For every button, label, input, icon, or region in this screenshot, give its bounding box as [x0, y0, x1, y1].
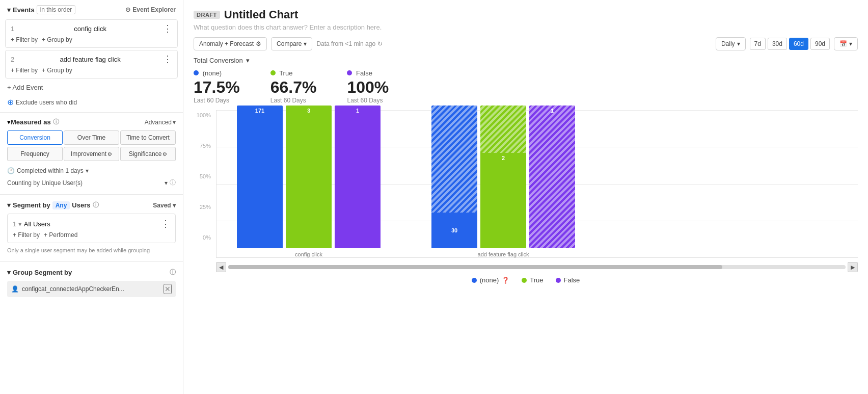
date-60d[interactable]: 60d — [789, 38, 808, 50]
tab-significance[interactable]: Significance ⚙ — [120, 147, 176, 161]
metric-none-value: 17.5% — [194, 78, 240, 97]
chart-title[interactable]: Untitled Chart — [224, 8, 298, 21]
calendar-chevron: ▾ — [849, 40, 852, 47]
group-segment-remove-button[interactable]: ✕ — [164, 284, 172, 294]
measured-as-section: ▾ Measured as ⓘ Advanced ▾ Conversion Ov… — [0, 115, 183, 192]
main-panel: DRAFT Untitled Chart What question does … — [183, 0, 868, 394]
counting-info-icon[interactable]: ⓘ — [170, 178, 176, 187]
y-label-0: 0% — [194, 234, 214, 241]
measured-info-icon[interactable]: ⓘ — [53, 118, 59, 126]
bar-config-true-label: 3 — [307, 108, 310, 114]
metric-true-dot — [270, 70, 276, 75]
data-info-label: Data from <1 min ago — [316, 40, 375, 47]
calendar-button[interactable]: 📅 ▾ — [834, 37, 858, 50]
date-90d[interactable]: 90d — [810, 38, 830, 50]
calendar-icon: 📅 — [839, 40, 847, 47]
event2-group-by[interactable]: + Group by — [42, 67, 72, 74]
scroll-left-arrow[interactable]: ◀ — [216, 262, 226, 272]
add-event-button[interactable]: + Add Event — [0, 81, 50, 94]
group-segment-info-icon[interactable]: ⓘ — [170, 268, 176, 277]
legend-true-dot — [522, 278, 527, 283]
bar-flag-true[interactable]: 2 — [480, 106, 526, 248]
event1-filter-by[interactable]: + Filter by — [11, 36, 38, 43]
anomaly-icon: ⚙ — [256, 40, 261, 47]
date-7d[interactable]: 7d — [750, 38, 766, 50]
tab-time-to-convert[interactable]: Time to Convert — [120, 130, 176, 145]
scroll-right-arrow[interactable]: ▶ — [848, 262, 858, 272]
legend-true-label: True — [530, 276, 543, 284]
legend-false: False — [556, 276, 580, 284]
group-segment-label: Group Segment by — [13, 269, 72, 276]
daily-label: Daily — [721, 40, 735, 47]
event-name-1: config click — [74, 25, 106, 33]
metric-false-value: 100% — [347, 78, 389, 97]
chart-container: 0% 25% 50% 75% 100% — [194, 110, 858, 258]
legend-none: (none) ❓ — [472, 276, 510, 284]
bar-config-none[interactable]: 171 — [237, 106, 283, 248]
segment-number-chevron: 1 ▾ — [13, 220, 22, 228]
scrollbar-track[interactable] — [228, 265, 846, 269]
event-name-2: add feature flag click — [60, 56, 121, 63]
counting-chevron: ▾ — [165, 179, 168, 187]
segment-saved-button[interactable]: Saved ▾ — [153, 202, 176, 209]
tab-frequency[interactable]: Frequency — [7, 147, 63, 161]
bar-config-true[interactable]: 3 — [286, 106, 332, 248]
metric-none-label: (none) — [203, 69, 222, 77]
completed-within-row[interactable]: 🕐 Completed within 1 days ▾ — [7, 165, 176, 176]
refresh-icon[interactable]: ↻ — [377, 40, 383, 47]
bar-flag-true-label: 2 — [502, 155, 505, 161]
bar-flag-false[interactable]: 1 — [529, 106, 575, 248]
bar-config-false-label: 1 — [356, 108, 359, 114]
tab-over-time[interactable]: Over Time — [64, 130, 119, 145]
total-conversion-row[interactable]: Total Conversion ▾ — [194, 57, 858, 64]
daily-button[interactable]: Daily ▾ — [716, 37, 746, 50]
event1-group-by[interactable]: + Group by — [42, 36, 72, 43]
feature-flag-bars: 30 — [431, 106, 575, 248]
y-label-75: 75% — [194, 143, 214, 149]
total-conversion-chevron: ▾ — [246, 57, 250, 64]
segment-menu-1[interactable]: ⋮ — [161, 218, 170, 229]
y-axis: 0% 25% 50% 75% 100% — [194, 110, 214, 243]
anomaly-label: Anomaly + Forecast — [199, 40, 254, 47]
event2-filter-by[interactable]: + Filter by — [11, 67, 38, 74]
measured-as-label: Measured as ⓘ — [11, 118, 59, 126]
divider-1 — [0, 112, 183, 113]
tab-improvement[interactable]: Improvement ⚙ — [64, 147, 119, 161]
divider-2 — [0, 194, 183, 195]
chart-plot: 171 3 1 — [216, 110, 858, 258]
scrollbar-thumb — [228, 265, 722, 269]
events-in-order[interactable]: in this order — [37, 5, 76, 14]
advanced-chevron: ▾ — [173, 119, 176, 126]
events-section-header[interactable]: ▾ Events in this order ⊙ Event Explorer — [0, 0, 183, 17]
chart-description[interactable]: What question does this chart answer? En… — [194, 23, 858, 31]
exclude-users-label: Exclude users who did — [16, 99, 77, 106]
segment-label: Segment by — [13, 201, 50, 209]
anomaly-forecast-button[interactable]: Anomaly + Forecast ⚙ — [194, 37, 267, 50]
exclude-users-row[interactable]: ⊕ Exclude users who did — [0, 94, 183, 110]
bar-config-false[interactable]: 1 — [335, 106, 381, 248]
group-segment-caret: ▾ — [7, 269, 11, 276]
y-label-50: 50% — [194, 173, 214, 179]
metric-true-label: True — [279, 69, 292, 77]
compare-button[interactable]: Compare ▾ — [271, 37, 312, 50]
event-menu-2[interactable]: ⋮ — [163, 55, 172, 64]
event-menu-1[interactable]: ⋮ — [163, 24, 172, 33]
event-explorer-btn[interactable]: ⊙ Event Explorer — [125, 6, 176, 13]
segment1-performed[interactable]: + Performed — [44, 231, 77, 239]
counting-row[interactable]: Counting by Unique User(s) ▾ ⓘ — [7, 176, 176, 189]
legend-true: True — [522, 276, 543, 284]
segment-info-icon[interactable]: ⓘ — [93, 201, 99, 209]
advanced-button[interactable]: Advanced ▾ — [145, 119, 176, 126]
segment1-filter-by[interactable]: + Filter by — [13, 231, 40, 239]
tab-conversion[interactable]: Conversion — [7, 130, 63, 145]
segment-any-badge[interactable]: Any — [52, 201, 70, 209]
date-30d[interactable]: 30d — [768, 38, 787, 50]
measured-tab-group-row2: Frequency Improvement ⚙ Significance ⚙ — [7, 147, 176, 161]
legend-none-info[interactable]: ❓ — [502, 277, 509, 284]
bar-flag-none[interactable]: 30 — [431, 106, 477, 248]
group-segment-header: ▾ Group Segment by ⓘ — [7, 268, 176, 277]
metric-none-sub: Last 60 Days — [194, 97, 240, 104]
group-segment-section: ▾ Group Segment by ⓘ 👤 configcat_connect… — [0, 264, 183, 301]
segment-caret: ▾ — [7, 201, 11, 209]
exclude-icon: ⊕ — [7, 97, 14, 107]
